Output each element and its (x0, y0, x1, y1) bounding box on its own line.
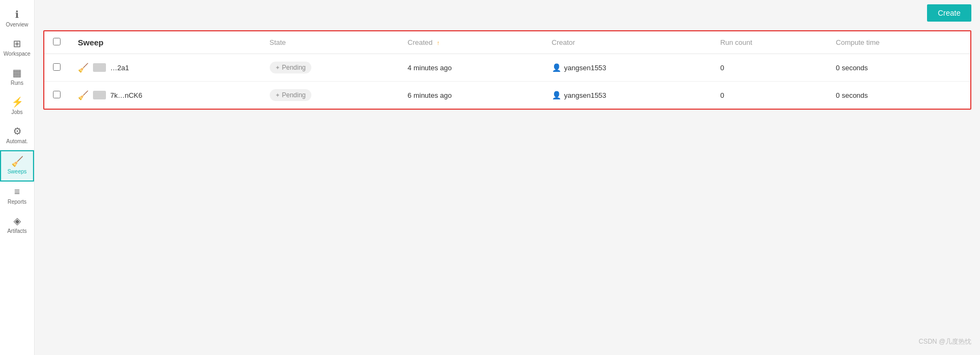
watermark: CSDN @几度热忱 (918, 337, 971, 346)
row1-created-cell: 4 minutes ago (399, 54, 543, 82)
row2-created-cell: 6 minutes ago (399, 82, 543, 109)
row1-created-text: 4 minutes ago (408, 64, 452, 72)
sidebar-label-reports: Reports (8, 199, 26, 205)
row2-compute-time-cell: 0 seconds (827, 82, 970, 109)
spinner-icon-2: ✦ (275, 92, 280, 99)
row1-compute-time-cell: 0 seconds (827, 54, 970, 82)
row1-status-badge: ✦ Pending (270, 62, 311, 73)
row2-creator-cell: 👤 yangsen1553 (543, 82, 712, 109)
select-all-col (44, 31, 69, 54)
row1-status-text: Pending (282, 64, 306, 71)
sidebar-label-automations: Automat. (6, 138, 28, 145)
overview-icon: ℹ (15, 10, 19, 19)
jobs-icon: ⚡ (11, 97, 23, 107)
row1-checkbox[interactable] (53, 63, 61, 71)
workspace-icon: ⊞ (13, 39, 21, 49)
row2-status-text: Pending (282, 91, 306, 99)
row1-thumb (93, 63, 106, 72)
row2-compute-time: 0 seconds (836, 91, 868, 99)
sidebar-item-sweeps[interactable]: 🧹 Sweeps (0, 150, 34, 182)
row2-creator-name: yangsen1553 (564, 91, 606, 99)
row2-sweep-name: 🧹 7k…nCK6 (78, 90, 252, 101)
sidebar-label-artifacts: Artifacts (7, 228, 26, 235)
sidebar-label-overview: Overview (6, 22, 29, 28)
sweep-broom-icon-1: 🧹 (78, 63, 89, 73)
sidebar-item-reports[interactable]: ≡ Reports (0, 182, 34, 211)
row1-checkbox-cell (44, 54, 69, 82)
row2-checkbox-cell (44, 82, 69, 109)
creator-icon-2: 👤 (552, 91, 561, 99)
col-run-count: Run count (711, 31, 827, 54)
row1-run-count-cell: 0 (711, 54, 827, 82)
sidebar-item-automations[interactable]: ⚙ Automat. (0, 121, 34, 150)
row2-run-count: 0 (720, 91, 724, 99)
sort-arrow-icon: ↑ (437, 39, 440, 46)
sidebar-label-jobs: Jobs (11, 109, 23, 116)
runs-icon: ▦ (12, 68, 22, 78)
col-creator: Creator (543, 31, 712, 54)
sweeps-table-container: Sweep State Created ↑ Creator Run count (43, 30, 971, 110)
row2-thumb (93, 91, 106, 99)
creator-icon-1: 👤 (552, 63, 561, 72)
create-button[interactable]: Create (927, 4, 971, 22)
row1-creator-name: yangsen1553 (564, 64, 606, 72)
row2-created-text: 6 minutes ago (408, 91, 452, 99)
reports-icon: ≡ (14, 187, 20, 197)
select-all-checkbox[interactable] (53, 38, 61, 45)
sweeps-table: Sweep State Created ↑ Creator Run count (44, 31, 970, 109)
row1-creator-cell: 👤 yangsen1553 (543, 54, 712, 82)
col-created[interactable]: Created ↑ (399, 31, 543, 54)
sweeps-icon: 🧹 (11, 157, 23, 166)
sidebar-item-jobs[interactable]: ⚡ Jobs (0, 92, 34, 121)
row2-name-cell: 🧹 7k…nCK6 (69, 82, 261, 109)
sidebar-item-overview[interactable]: ℹ Overview (0, 4, 34, 34)
row2-creator: 👤 yangsen1553 (552, 91, 703, 99)
main-content: Create Sweep State Created ↑ (35, 0, 980, 355)
spinner-icon-1: ✦ (275, 64, 280, 71)
automations-icon: ⚙ (13, 126, 22, 136)
sidebar-item-runs[interactable]: ▦ Runs (0, 63, 34, 92)
row1-sweep-name: 🧹 …2a1 (78, 63, 252, 73)
table-row: 🧹 …2a1 ✦ Pending 4 minutes ago (44, 54, 970, 82)
sidebar: ℹ Overview ⊞ Workspace ▦ Runs ⚡ Jobs ⚙ A… (0, 0, 35, 355)
col-state: State (261, 31, 399, 54)
row1-name-text: …2a1 (110, 64, 129, 72)
row1-name-cell: 🧹 …2a1 (69, 54, 261, 82)
row2-checkbox[interactable] (53, 91, 61, 98)
sidebar-label-workspace: Workspace (4, 51, 31, 57)
sweep-broom-icon-2: 🧹 (78, 90, 89, 101)
row2-status-badge: ✦ Pending (270, 89, 311, 101)
table-row: 🧹 7k…nCK6 ✦ Pending 6 minutes ago (44, 82, 970, 109)
sidebar-item-workspace[interactable]: ⊞ Workspace (0, 34, 34, 63)
row2-name-text: 7k…nCK6 (110, 91, 142, 99)
topbar: Create (35, 0, 980, 26)
table-header-row: Sweep State Created ↑ Creator Run count (44, 31, 970, 54)
row1-state-cell: ✦ Pending (261, 54, 399, 82)
row1-run-count: 0 (720, 64, 724, 72)
sidebar-label-sweeps: Sweeps (8, 169, 27, 175)
sidebar-label-runs: Runs (11, 80, 23, 86)
col-compute-time: Compute time (827, 31, 970, 54)
row2-state-cell: ✦ Pending (261, 82, 399, 109)
row1-compute-time: 0 seconds (836, 64, 868, 72)
row1-creator: 👤 yangsen1553 (552, 63, 703, 72)
artifacts-icon: ◈ (14, 216, 21, 226)
col-sweep: Sweep (69, 31, 261, 54)
row2-run-count-cell: 0 (711, 82, 827, 109)
sidebar-item-artifacts[interactable]: ◈ Artifacts (0, 211, 34, 240)
